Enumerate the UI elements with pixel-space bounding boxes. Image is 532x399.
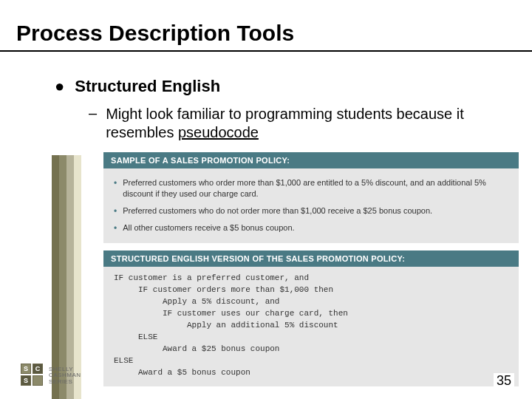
bullet-icon: • — [114, 224, 117, 233]
bullet-icon: • — [114, 179, 117, 188]
policy-item: •Preferred customers who do not order mo… — [114, 202, 508, 219]
policy-item-text: All other customers receive a $5 bonus c… — [123, 222, 294, 233]
logo-text: SHELLY CASHMAN SERIES — [49, 366, 81, 386]
page-number: 35 — [494, 373, 514, 389]
panel1-header: SAMPLE OF A SALES PROMOTION POLICY: — [103, 152, 519, 168]
panel1-body: •Preferred customers who order more than… — [103, 168, 519, 243]
sub-bullet-underlined: pseudocode — [178, 124, 259, 140]
structured-english-code: IF customer is a preferred customer, and… — [114, 273, 508, 378]
policy-item-text: Preferred customers who do not order mor… — [123, 205, 432, 216]
slide-content: Process Description Tools ● Structured E… — [0, 0, 532, 386]
bullet-marker-icon: ● — [55, 77, 64, 96]
policy-item-text: Preferred customers who order more than … — [123, 177, 508, 200]
bullet-level1: ● Structured English — [0, 52, 532, 102]
sub-bullet-prefix: Might look familiar to programming stude… — [106, 106, 464, 140]
bullet-level2: – Might look familiar to programming stu… — [0, 102, 532, 152]
panel2-body: IF customer is a preferred customer, and… — [103, 267, 519, 386]
publisher-logo: S C S SHELLY CASHMAN SERIES — [21, 364, 81, 386]
policy-sample-panel: SAMPLE OF A SALES PROMOTION POLICY: •Pre… — [103, 152, 519, 243]
logo-icon: S C S — [21, 364, 43, 386]
structured-english-panel: STRUCTURED ENGLISH VERSION OF THE SALES … — [103, 250, 519, 386]
sub-bullet-marker-icon: – — [89, 105, 97, 122]
policy-item: •All other customers receive a $5 bonus … — [114, 219, 508, 236]
panel2-header: STRUCTURED ENGLISH VERSION OF THE SALES … — [103, 250, 519, 267]
bullet-text: Structured English — [75, 77, 220, 96]
logo-line3: SERIES — [49, 379, 81, 386]
bullet-icon: • — [114, 207, 117, 216]
sub-bullet-text: Might look familiar to programming stude… — [106, 105, 488, 142]
slide-title: Process Description Tools — [0, 0, 532, 50]
policy-item: •Preferred customers who order more than… — [114, 174, 508, 202]
